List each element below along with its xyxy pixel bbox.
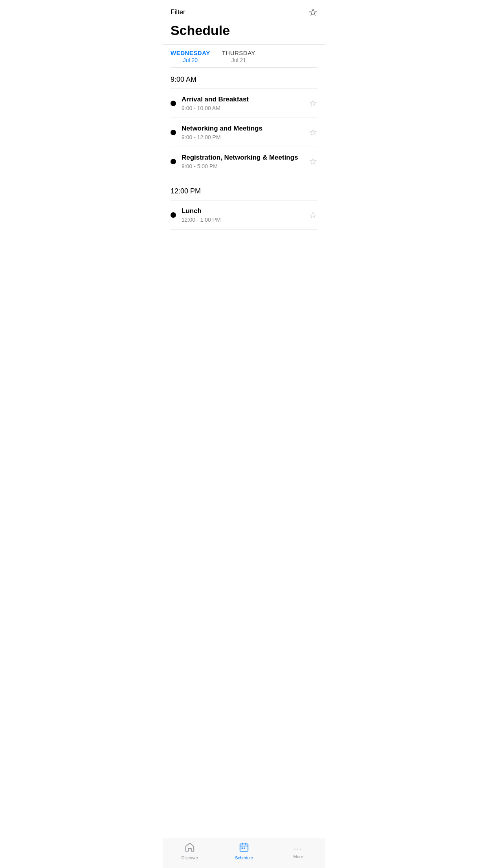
event-dot [171,130,176,135]
event-time: 9:00 - 10:00 AM [182,105,305,111]
thursday-day-date: Jul 21 [231,57,246,63]
event-lunch[interactable]: Lunch 12:00 - 1:00 PM ☆ [163,200,325,229]
wednesday-day-date: Jul 20 [183,57,198,63]
event-dot [171,212,176,218]
thursday-day-name: THURSDAY [222,50,255,56]
event-networking-meetings[interactable]: Networking and Meetings 9:00 - 12:00 PM … [163,118,325,147]
time-label-9am: 9:00 AM [171,75,317,84]
event-dot [171,159,176,164]
event-dot [171,101,176,106]
event-info: Lunch 12:00 - 1:00 PM [182,207,305,223]
time-section-12pm: 12:00 PM [163,176,325,195]
event-time: 9:00 - 5:00 PM [182,163,305,169]
event-info: Registration, Networking & Meetings 9:00… [182,153,305,169]
wednesday-day-name: WEDNESDAY [171,50,210,56]
event-info: Networking and Meetings 9:00 - 12:00 PM [182,124,305,140]
tab-wednesday[interactable]: WEDNESDAY Jul 20 [171,50,210,67]
event-info: Arrival and Breakfast 9:00 - 10:00 AM [182,95,305,111]
filter-button[interactable]: Filter [171,8,185,16]
time-label-12pm: 12:00 PM [171,187,317,195]
event-star-icon[interactable]: ☆ [309,98,317,109]
header: Filter ☆ [163,0,325,20]
schedule-content: 9:00 AM Arrival and Breakfast 9:00 - 10:… [163,68,325,269]
event-arrival-breakfast[interactable]: Arrival and Breakfast 9:00 - 10:00 AM ☆ [163,89,325,118]
event-title: Lunch [182,207,305,215]
event-registration-networking[interactable]: Registration, Networking & Meetings 9:00… [163,147,325,176]
event-time: 9:00 - 12:00 PM [182,134,305,140]
event-star-icon[interactable]: ☆ [309,156,317,167]
header-star-icon[interactable]: ☆ [308,7,317,17]
event-star-icon[interactable]: ☆ [309,210,317,221]
day-tabs: WEDNESDAY Jul 20 THURSDAY Jul 21 [163,45,325,67]
event-star-icon[interactable]: ☆ [309,127,317,138]
tab-thursday[interactable]: THURSDAY Jul 21 [222,50,255,67]
event-title: Networking and Meetings [182,124,305,133]
event-title: Registration, Networking & Meetings [182,153,305,162]
time-section-9am: 9:00 AM [163,68,325,84]
event-title: Arrival and Breakfast [182,95,305,104]
event-time: 12:00 - 1:00 PM [182,217,305,223]
page-title: Schedule [163,20,325,44]
event-divider-4 [171,229,317,230]
